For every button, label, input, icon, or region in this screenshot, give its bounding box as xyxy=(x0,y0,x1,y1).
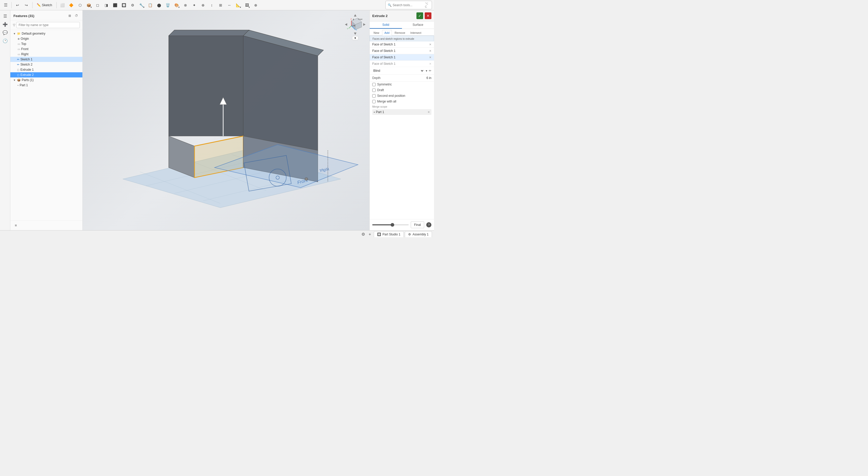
tool13-btn[interactable]: 🗑️ xyxy=(164,1,172,9)
slider-track[interactable] xyxy=(372,224,409,225)
symmetric-label[interactable]: Symmetric xyxy=(377,82,392,86)
tool9-btn[interactable]: ⚙ xyxy=(129,1,137,9)
tab-surface[interactable]: Surface xyxy=(402,22,434,29)
draft-label[interactable]: Draft xyxy=(377,88,384,92)
part1-label: Part 1 xyxy=(20,83,80,87)
face-item-2[interactable]: Face of Sketch 1 ✕ xyxy=(370,54,434,61)
second-end-row: Second end position xyxy=(370,93,434,99)
symmetric-checkbox[interactable] xyxy=(372,83,376,86)
settings-gear-icon[interactable]: ⚙ xyxy=(361,232,366,237)
subtab-add[interactable]: Add xyxy=(382,30,392,36)
subtab-remove[interactable]: Remove xyxy=(393,30,408,35)
panel-title: Extrude 2 xyxy=(372,14,415,18)
final-button[interactable]: Final xyxy=(411,222,424,228)
sidebar-clock-btn[interactable]: ⏱ xyxy=(74,13,79,19)
tree-item-parts[interactable]: ▼ 📦 Parts (1) xyxy=(10,77,83,82)
tool5-btn[interactable]: ◻ xyxy=(94,1,101,9)
tool10-btn[interactable]: 🔧▼ xyxy=(138,1,146,9)
merge-scope-remove[interactable]: ✕ xyxy=(428,110,430,114)
tab-part-studio[interactable]: 🔲 Part Studio 1 xyxy=(374,231,404,237)
search-shortcut: ⌥ C xyxy=(425,2,430,8)
tree-item-origin[interactable]: ⊕ Origin xyxy=(10,36,83,41)
tree-item-sketch1[interactable]: ✏ Sketch 1 xyxy=(10,57,83,62)
depth-value: 6 in xyxy=(427,76,431,80)
view-preset-btn[interactable]: ▼ xyxy=(352,36,358,40)
features-icon[interactable]: ☰ xyxy=(2,12,9,20)
tab-assembly[interactable]: ⚙ Assembly 1 xyxy=(405,231,432,237)
comment-icon[interactable]: 💬 xyxy=(2,29,9,36)
subtab-new[interactable]: New xyxy=(371,30,381,35)
tool6-btn[interactable]: ◨ xyxy=(102,1,110,9)
help-button[interactable]: ? xyxy=(426,222,431,228)
tool2-btn[interactable]: 🔶 xyxy=(67,1,75,9)
filter-input[interactable] xyxy=(16,22,80,28)
slider-fill xyxy=(372,224,393,225)
tree-item-sketch2[interactable]: ✏ Sketch 2 xyxy=(10,62,83,67)
tool21-btn[interactable]: 📐▼ xyxy=(234,1,242,9)
filter-row: ▽ xyxy=(10,21,83,30)
tool20-btn[interactable]: ↔ xyxy=(225,1,233,9)
search-input[interactable] xyxy=(393,3,424,7)
tool12-btn[interactable]: ⬤ xyxy=(155,1,163,9)
add-icon[interactable]: ➕ xyxy=(2,21,9,28)
tool18-btn[interactable]: ↕ xyxy=(208,1,216,9)
tab-solid[interactable]: Solid xyxy=(370,22,402,29)
tool4-btn[interactable]: 📦▼ xyxy=(85,1,93,9)
tree-item-top[interactable]: ▭ Top xyxy=(10,41,83,46)
panel-confirm-btn[interactable]: ✓ xyxy=(416,12,423,19)
add-tab-btn[interactable]: + xyxy=(367,232,373,237)
tree-item-extrude1[interactable]: ◻ Extrude 1 xyxy=(10,67,83,72)
tool11-btn[interactable]: 📋 xyxy=(147,1,154,9)
sketch-btn[interactable]: ✏️ Sketch xyxy=(35,2,54,8)
history-icon[interactable]: 🕐 xyxy=(2,37,9,44)
edit-icon[interactable]: ✏ xyxy=(429,69,431,72)
svg-marker-7 xyxy=(169,36,243,136)
tool23-btn[interactable]: ⊕ xyxy=(252,1,259,9)
second-end-label[interactable]: Second end position xyxy=(377,94,405,98)
tool7-btn[interactable]: ⬛ xyxy=(111,1,119,9)
faces-header-label: Faces and sketch regions to extrude xyxy=(373,37,414,40)
draft-checkbox[interactable] xyxy=(372,89,376,92)
face1-remove[interactable]: ✕ xyxy=(429,49,431,53)
tool16-btn[interactable]: ✦ xyxy=(190,1,198,9)
tree-item-default-geometry[interactable]: ▼ 📁 Default geometry xyxy=(10,31,83,36)
tool22-btn[interactable]: 🖼▼ xyxy=(243,1,251,9)
nav-cube-dropdown[interactable]: ▼ xyxy=(344,36,367,40)
model-svg: Front Right xyxy=(83,10,369,230)
solid-tab-label: Solid xyxy=(382,23,389,27)
menu-btn[interactable]: ☰ xyxy=(2,2,9,9)
face3-remove[interactable]: ✕ xyxy=(429,62,431,66)
tab-assembly-label: Assembly 1 xyxy=(412,233,429,236)
tree-item-front[interactable]: ▭ Front xyxy=(10,46,83,52)
tool15-btn[interactable]: ⊗ xyxy=(182,1,189,9)
face0-remove[interactable]: ✕ xyxy=(429,43,431,46)
merge-all-checkbox[interactable] xyxy=(372,100,376,103)
face-item-1[interactable]: Face of Sketch 1 ✕ xyxy=(370,48,434,54)
end-type-select[interactable]: Blind Through all Up to vertex Up to fac… xyxy=(372,69,424,73)
tool1-btn[interactable]: ⬜ xyxy=(59,1,66,9)
plane-icon: ▭ xyxy=(18,42,20,46)
face2-remove[interactable]: ✕ xyxy=(429,56,431,59)
tree-item-part1[interactable]: ▪ Part 1 xyxy=(10,82,83,88)
face-item-3[interactable]: Face of Sketch 1 ✕ xyxy=(370,61,434,67)
list-view-btn[interactable]: ≡ xyxy=(13,223,19,228)
viewport[interactable]: Front Right xyxy=(83,10,369,230)
tool3-btn[interactable]: ⬡ xyxy=(76,1,84,9)
merge-all-label[interactable]: Merge with all xyxy=(377,100,396,103)
subtab-intersect[interactable]: Intersect xyxy=(408,30,424,35)
face0-label: Face of Sketch 1 xyxy=(372,43,428,46)
tool19-btn[interactable]: ⊞ xyxy=(217,1,224,9)
tool17-btn[interactable]: ⊕ xyxy=(199,1,207,9)
panel-cancel-btn[interactable]: ✕ xyxy=(425,12,431,19)
sidebar-add-btn[interactable]: ⊞ xyxy=(67,13,72,19)
tree-item-extrude2[interactable]: ◻ Extrude 2 xyxy=(10,72,83,77)
tool8-btn[interactable]: 🔲 xyxy=(120,1,128,9)
nav-cube[interactable]: Z Front Left Y X Z ▼ xyxy=(344,13,367,36)
undo-btn[interactable]: ↩ xyxy=(14,1,22,9)
tree-item-right[interactable]: ▭ Right xyxy=(10,52,83,57)
tool14-btn[interactable]: 🎨▼ xyxy=(173,1,181,9)
redo-btn[interactable]: ↪ xyxy=(23,1,30,9)
face-item-0[interactable]: Face of Sketch 1 ✕ xyxy=(370,41,434,48)
slider-thumb[interactable] xyxy=(391,223,394,227)
second-end-checkbox[interactable] xyxy=(372,94,376,98)
